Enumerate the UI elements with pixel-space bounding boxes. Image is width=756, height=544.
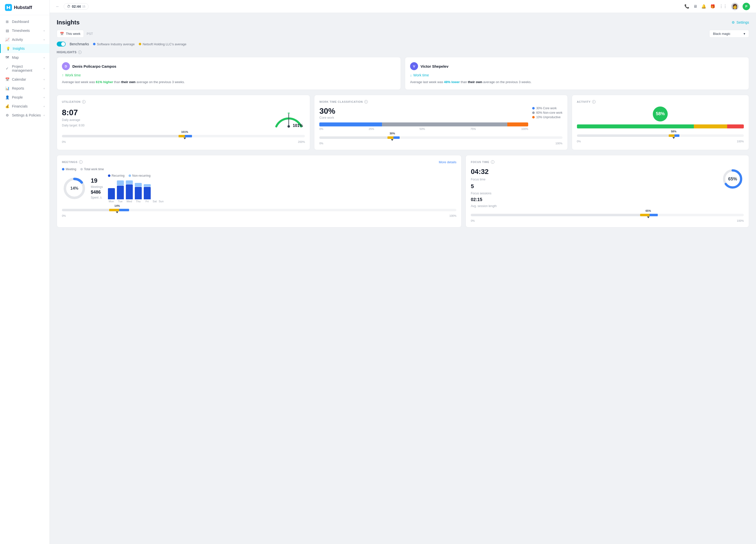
sidebar-item-activity[interactable]: 📈 Activity ‹ [0, 35, 49, 44]
trend-down-icon: ↓ [410, 73, 412, 77]
person-name-1: Denis Policarpo Campos [72, 64, 116, 68]
wtc-segmented-bar [319, 122, 528, 126]
sidebar-item-label: Calendar [12, 77, 41, 81]
utilization-value: 8:07 [62, 108, 85, 117]
wtc-dot-unproductive [532, 116, 535, 118]
team-dropdown[interactable]: Black magic ▾ [709, 30, 749, 38]
wtc-legend-label-core: 30% Core work [536, 106, 557, 110]
wtc-label: Core work [319, 116, 528, 119]
topbar: ← ⏱ 02:44 15 📞 🖥 🔔 🎁 ⋮⋮ 👩 P [50, 0, 756, 13]
highlight-desc-2: Average last week was 48% lower than the… [410, 80, 744, 85]
main-area: ← ⏱ 02:44 15 📞 🖥 🔔 🎁 ⋮⋮ 👩 P Insights ⚙ S… [50, 0, 756, 544]
people-icon: 👤 [5, 95, 9, 99]
meetings-header: MEETINGS i More details [62, 160, 456, 164]
sidebar-item-map[interactable]: 🗺 Map ‹ [0, 53, 49, 62]
meetings-content: 14% 19 Meetings $486 Spent ⚠ [62, 174, 456, 203]
chart-label-mon: Mon [109, 200, 114, 203]
page-header: Insights ⚙ Settings [57, 19, 749, 26]
meetings-info-icon[interactable]: i [79, 160, 83, 164]
bell-icon[interactable]: 🔔 [701, 4, 706, 9]
gift-icon[interactable]: 🎁 [710, 4, 715, 9]
legend-dot-meeting [62, 168, 64, 170]
activity-title: ACTIVITY i [577, 100, 744, 103]
date-filter-button[interactable]: 📅 This week [57, 30, 84, 38]
focus-bar-track [471, 214, 744, 216]
focus-pct-label: 65% [728, 176, 737, 181]
filters-bar: 📅 This week PST Black magic ▾ [57, 30, 749, 38]
chevron-right-icon: ‹ [44, 87, 45, 90]
legend-recurring: Recurring [108, 174, 125, 177]
user-avatar[interactable]: 👩 [731, 3, 739, 10]
benchmarks-bar: Benchmarks Software Industry average Net… [57, 42, 749, 47]
project-management-icon: ✓ [5, 66, 9, 70]
meetings-legend-bottom: Recurring Non-recurring [108, 174, 457, 177]
sidebar-item-label: Map [12, 55, 41, 59]
sidebar-item-calendar[interactable]: 📅 Calendar ‹ [0, 75, 49, 84]
focus-axis-right: 100% [737, 219, 744, 222]
legend-label-total: Total work time [84, 167, 104, 171]
sidebar-item-financials[interactable]: 💰 Financials ‹ [0, 102, 49, 111]
sidebar-item-reports[interactable]: 📊 Reports ‹ [0, 84, 49, 93]
legend-dot-nonrecurring [129, 174, 131, 177]
focus-content: 04:32 Focus time 5 Focus sessions 02:15 … [471, 168, 744, 208]
chevron-right-icon: ‹ [44, 56, 45, 59]
person-avatar-1: D [62, 62, 70, 70]
work-time-info-icon[interactable]: i [364, 100, 368, 103]
dashboard-icon: ⊞ [5, 20, 9, 24]
sidebar-item-label: Activity [12, 38, 41, 42]
activity-info-icon[interactable]: i [592, 100, 596, 103]
chart-label-sat: Sat [153, 200, 157, 203]
highlights-info-icon[interactable]: i [78, 50, 82, 54]
wtc-value: 30% [319, 106, 528, 116]
focus-time-value: 04:32 [471, 168, 497, 176]
chevron-right-icon: ‹ [44, 78, 45, 81]
highlight-card-2: V Victor Shepelev ↓ Work time Average la… [405, 57, 749, 90]
activity-bar-track [577, 134, 744, 137]
utilization-target: Daily target: 8:00 [62, 124, 85, 127]
sidebar-item-settings-policies[interactable]: ⚙ Settings & Policies ‹ [0, 111, 49, 120]
settings-button[interactable]: ⚙ Settings [732, 20, 749, 24]
activity-axis-right: 100% [737, 140, 744, 143]
org-avatar[interactable]: P [743, 3, 750, 10]
highlight-pct-2: 48% lower [444, 80, 460, 84]
utilization-info-icon[interactable]: i [82, 100, 86, 103]
axis-75: 75% [471, 127, 476, 130]
focus-axis-left: 0% [471, 219, 475, 222]
benchmark-label-1: Software Industry average [97, 42, 135, 46]
activity-circle: 58% [653, 106, 668, 121]
sidebar-item-label: Reports [12, 86, 41, 90]
timer-sublabel: 15 [82, 5, 85, 8]
focus-time-label: Focus time [471, 178, 497, 181]
focus-bottom-bar: 65% 0% 100% [471, 214, 744, 222]
timesheets-icon: ▤ [5, 29, 9, 33]
meetings-axis-right: 100% [449, 214, 456, 217]
back-button[interactable]: ← [56, 4, 60, 9]
wtc-seg-noncore [382, 122, 507, 126]
calendar-icon: 📅 [5, 77, 9, 81]
sidebar-item-project-management[interactable]: ✓ Project management ‹ [0, 62, 49, 75]
chevron-right-icon: ‹ [44, 114, 45, 117]
phone-icon[interactable]: 📞 [684, 4, 689, 9]
focus-info-icon[interactable]: i [491, 160, 494, 164]
timer-time: 02:44 [72, 4, 81, 8]
sidebar-item-dashboard[interactable]: ⊞ Dashboard [0, 17, 49, 26]
benchmarks-toggle[interactable] [57, 42, 66, 47]
more-details-button[interactable]: More details [439, 160, 456, 164]
display-icon[interactable]: 🖥 [693, 4, 697, 9]
grid-icon[interactable]: ⋮⋮ [719, 4, 727, 9]
axis-50: 50% [420, 127, 425, 130]
wtc-bar-section: 0% 25% 50% 75% 100% [319, 122, 528, 130]
timer-display[interactable]: ⏱ 02:44 15 [64, 3, 89, 10]
chart-label-fri: Fri [145, 200, 149, 203]
toggle-knob [61, 42, 65, 46]
focus-avg-label: Avg. session length [471, 204, 497, 208]
bar-recurring-thu [135, 187, 142, 199]
metrics-grid: UTILIZATION i 8:07 Daily average Daily t… [57, 95, 749, 150]
chevron-down-icon: ▾ [744, 32, 745, 36]
focus-sessions-value: 5 [471, 183, 497, 190]
gauge-container: 101% [273, 106, 305, 129]
sidebar-item-people[interactable]: 👤 People ‹ [0, 93, 49, 102]
sidebar-item-insights[interactable]: 💡 Insights [0, 44, 49, 53]
sidebar-item-timesheets[interactable]: ▤ Timesheets ‹ [0, 26, 49, 35]
highlight-desc-1: Average last week was 61% higher than th… [62, 80, 396, 85]
